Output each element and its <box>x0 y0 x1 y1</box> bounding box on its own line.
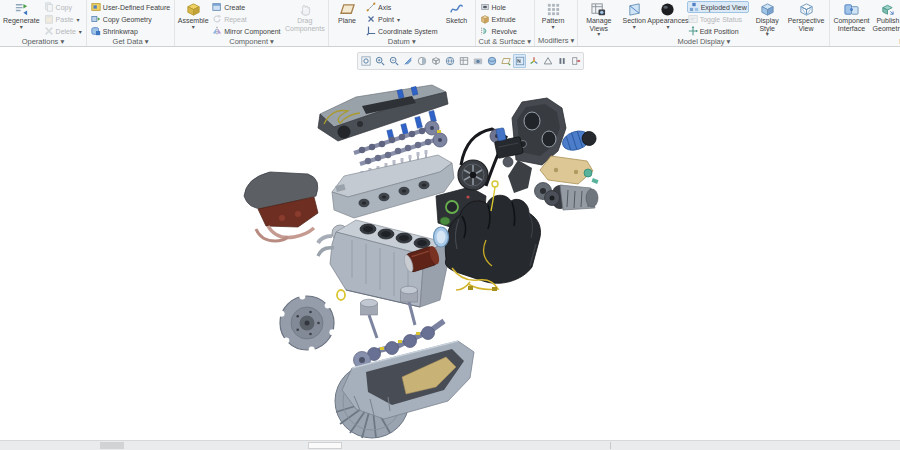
regenerate-button[interactable]: Regenerate ▾ <box>3 1 40 30</box>
exploded-view-button[interactable]: Exploded View <box>687 1 749 13</box>
group-label-modifiers[interactable]: Modifiers ▾ <box>538 36 574 46</box>
enhanced-realism-button[interactable] <box>485 54 498 68</box>
group-label-model-display[interactable]: Model Display ▾ <box>581 37 826 47</box>
pause-button[interactable] <box>555 54 568 68</box>
point-button[interactable]: Point▾ <box>365 13 439 25</box>
extrude-label: Extrude <box>492 16 516 23</box>
shrinkwrap-button[interactable]: Shrinkwrap <box>90 25 171 37</box>
exit-button[interactable] <box>569 54 582 68</box>
revolve-label: Revolve <box>492 28 517 35</box>
spin-center-button[interactable] <box>541 54 554 68</box>
ribbon: Regenerate ▾ Copy Paste▾ Delete▾ <box>0 0 900 47</box>
capture-button[interactable] <box>471 54 484 68</box>
menu-caret: ▾ <box>633 25 636 30</box>
group-label-datum[interactable]: Datum ▾ <box>332 37 472 47</box>
create-button[interactable]: Create <box>211 1 281 13</box>
component-interface-label: Component Interface <box>833 17 869 32</box>
display-style-label: Display Style <box>752 17 783 32</box>
section-icon <box>627 2 642 17</box>
view-manager-button[interactable] <box>457 54 470 68</box>
hole-icon <box>480 2 490 12</box>
component-interface-button[interactable]: Component Interface <box>833 1 869 32</box>
extrude-icon <box>480 14 490 24</box>
exit-icon <box>571 56 581 66</box>
copy-geometry-icon <box>91 14 101 24</box>
publish-geometry-label: Publish Geometry <box>873 17 900 32</box>
group-label-component[interactable]: Component ▾ <box>178 37 325 47</box>
menu-caret: ▾ <box>666 25 669 30</box>
drag-components-button[interactable]: Drag Components <box>285 1 325 32</box>
shading-button[interactable] <box>415 54 428 68</box>
repeat-label: Repeat <box>224 16 247 23</box>
coordinate-system-label: Coordinate System <box>378 28 438 35</box>
exploded-view-icon <box>689 2 699 12</box>
component-interface-icon <box>844 2 859 17</box>
perspective-view-icon <box>799 2 814 17</box>
sketch-button[interactable]: Sketch <box>442 1 472 25</box>
saved-orientations-icon <box>445 56 455 66</box>
repeat-icon <box>212 14 222 24</box>
edit-position-button[interactable]: Edit Position <box>687 25 749 37</box>
menu-caret: ▾ <box>192 25 195 30</box>
extrude-button[interactable]: Extrude <box>479 13 518 25</box>
pattern-button[interactable]: Pattern ▾ <box>538 1 568 30</box>
hole-label: Hole <box>492 4 506 11</box>
coordinate-system-button[interactable]: Coordinate System <box>365 25 439 37</box>
zoom-out-button[interactable] <box>387 54 400 68</box>
zoom-in-button[interactable] <box>373 54 386 68</box>
user-defined-feature-button[interactable]: User-Defined Feature <box>90 1 171 13</box>
create-icon <box>212 2 222 12</box>
dragger-button[interactable] <box>527 54 540 68</box>
paste-button[interactable]: Paste▾ <box>43 13 83 25</box>
refit-button[interactable] <box>359 54 372 68</box>
graphics-toolbar <box>357 52 584 70</box>
pause-icon <box>557 56 567 66</box>
spin-center-icon <box>543 56 553 66</box>
create-label: Create <box>224 4 245 11</box>
scrollbar-thumb[interactable] <box>308 442 342 449</box>
shrinkwrap-icon <box>91 26 101 36</box>
perspective-view-button[interactable]: Perspective View <box>786 1 827 32</box>
copy-button[interactable]: Copy <box>43 1 83 13</box>
creo-window: Regenerate ▾ Copy Paste▾ Delete▾ <box>0 0 900 450</box>
bottom-scrollbar[interactable] <box>0 440 900 450</box>
mirror-component-button[interactable]: Mirror Component <box>211 25 281 37</box>
display-style-toggle-button[interactable] <box>429 54 442 68</box>
toggle-status-button[interactable]: Toggle Status <box>687 13 749 25</box>
menu-caret: ▾ <box>552 25 555 30</box>
axis-button[interactable]: Axis <box>365 1 439 13</box>
appearances-button[interactable]: Appearances ▾ <box>652 1 683 30</box>
delete-button[interactable]: Delete▾ <box>43 25 83 37</box>
saved-orientations-button[interactable] <box>443 54 456 68</box>
user-defined-feature-icon <box>91 2 101 12</box>
scrollbar-tick <box>610 442 611 449</box>
repeat-button[interactable]: Repeat <box>211 13 281 25</box>
revolve-button[interactable]: Revolve <box>479 25 518 37</box>
hole-button[interactable]: Hole <box>479 1 518 13</box>
group-label-model-intent[interactable]: Model Intent ▾ <box>833 37 900 47</box>
display-style-button[interactable]: Display Style ▾ <box>752 1 783 37</box>
group-label-cut-surface[interactable]: Cut & Surface ▾ <box>479 37 532 47</box>
publish-geometry-button[interactable]: Publish Geometry <box>873 1 900 32</box>
copy-geometry-label: Copy Geometry <box>103 16 152 23</box>
paste-label: Paste <box>56 16 74 23</box>
display-style-cube-icon <box>431 56 441 66</box>
datum-display-button[interactable] <box>499 54 512 68</box>
annotation-display-button[interactable] <box>513 54 526 68</box>
group-label-operations[interactable]: Operations ▾ <box>3 37 83 47</box>
plane-button[interactable]: Plane <box>332 1 362 25</box>
manage-views-button[interactable]: Manage Views ▾ <box>581 1 616 37</box>
copy-geometry-button[interactable]: Copy Geometry <box>90 13 171 25</box>
plane-label: Plane <box>338 17 356 25</box>
pattern-icon <box>546 2 561 17</box>
repaint-button[interactable] <box>401 54 414 68</box>
dragger-icon <box>529 56 539 66</box>
repaint-icon <box>403 56 413 66</box>
point-icon <box>366 14 376 24</box>
assemble-button[interactable]: Assemble ▾ <box>178 1 208 30</box>
ribbon-group-datum: Plane Axis Point▾ Coordinate System <box>329 0 476 46</box>
menu-caret: ▾ <box>397 16 400 23</box>
section-button[interactable]: Section ▾ <box>619 1 649 30</box>
group-label-get-data[interactable]: Get Data ▾ <box>90 37 171 47</box>
ribbon-group-operations: Regenerate ▾ Copy Paste▾ Delete▾ <box>0 0 87 46</box>
